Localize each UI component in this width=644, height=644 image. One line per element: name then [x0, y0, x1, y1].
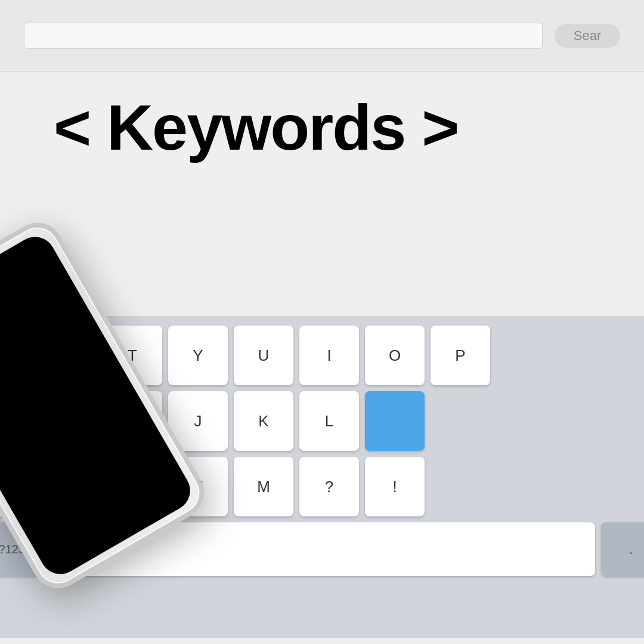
key-p[interactable]: P — [431, 326, 490, 385]
key-blue-action[interactable] — [365, 391, 425, 451]
key-exclaim[interactable]: ! — [365, 457, 425, 516]
key-i[interactable]: I — [299, 326, 359, 385]
address-bar[interactable] — [24, 23, 543, 49]
key-k[interactable]: K — [234, 391, 293, 451]
browser-bar: Sear — [0, 0, 644, 72]
key-u[interactable]: U — [234, 326, 293, 385]
key-o[interactable]: O — [365, 326, 425, 385]
key-period[interactable]: . — [601, 522, 644, 576]
keywords-headline: < Keywords > — [0, 92, 644, 163]
search-button[interactable]: Sear — [555, 24, 620, 48]
key-m[interactable]: M — [234, 457, 293, 516]
keywords-text: < Keywords > — [54, 91, 458, 163]
key-l[interactable]: L — [299, 391, 359, 451]
search-button-label: Sear — [574, 28, 601, 44]
key-question[interactable]: ? — [299, 457, 359, 516]
page: Sear < Keywords > E R T Y U I O P F G H — [0, 0, 644, 644]
key-y[interactable]: Y — [168, 326, 228, 385]
